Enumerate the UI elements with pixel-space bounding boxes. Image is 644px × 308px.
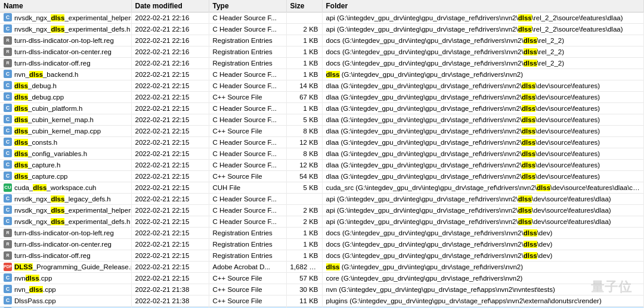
table-row[interactable]: Rturn-dlss-indicator-off.reg2022-02-21 2… — [0, 250, 644, 262]
file-size: 5 KB — [286, 182, 322, 194]
file-type: C++ Source File — [209, 284, 286, 295]
highlight-dlss: DLSS — [14, 263, 33, 270]
file-name-cell: Cdlss_debug.cpp — [0, 92, 131, 103]
file-type: C++ Source File — [209, 92, 286, 103]
file-name-cell: PDFDLSS_Programming_Guide_Release.pdf — [0, 262, 131, 273]
file-size: 30 KB — [286, 284, 322, 295]
table-row[interactable]: Cdlss_cubin_platform.h2022-02-21 22:15C … — [0, 103, 644, 114]
file-name-text: dlss_consts.h — [14, 139, 57, 146]
table-row[interactable]: Rturn-dlss-indicator-on-center.reg2022-0… — [0, 46, 644, 58]
file-size: 54 KB — [286, 171, 322, 182]
file-name-text: nvn_dlss.cpp — [14, 286, 56, 293]
file-folder: core (G:\integdev_gpu_drv\integ\gpu_drv\… — [322, 273, 644, 284]
file-table: Name Date modified Type Size Folder Cnvs… — [0, 0, 644, 308]
file-name-text: dlss_capture.h — [14, 161, 60, 169]
file-name-cell: Rturn-dlss-indicator-on-center.reg — [0, 239, 131, 250]
file-name-text: dlss_cubin_kernel_map.h — [14, 116, 94, 123]
table-row[interactable]: Cnvndlss.cpp2022-02-21 22:15C++ Source F… — [0, 273, 644, 284]
table-row[interactable]: Rturn-dlss-indicator-off.reg2022-02-21 2… — [0, 58, 644, 69]
table-row[interactable]: Cdlss_debug.h2022-02-21 22:15C Header So… — [0, 80, 644, 92]
file-folder: dlaa (G:\integdev_gpu_drv\integ\gpu_drv\… — [322, 103, 644, 114]
col-header-date[interactable]: Date modified — [131, 0, 209, 13]
file-name-text: turn-dlss-indicator-off.reg — [14, 60, 91, 67]
folder-highlight-dlss: dlss — [518, 26, 532, 33]
file-name-text: dlss_capture.cpp — [14, 173, 68, 180]
file-date: 2022-02-21 22:15 — [131, 160, 209, 171]
table-header-row: Name Date modified Type Size Folder — [0, 0, 644, 13]
col-header-size[interactable]: Size — [286, 0, 322, 13]
table-row[interactable]: CDlssPass.cpp2022-02-21 21:38C++ Source … — [0, 295, 644, 307]
folder-highlight-dlss: dlss — [522, 150, 535, 157]
table-row[interactable]: Rturn-dlss-indicator-on-top-left.reg2022… — [0, 35, 644, 46]
table-row[interactable]: Cnvsdk_ngx_dlss_experimental_defs.h2022-… — [0, 216, 644, 228]
table-row[interactable]: Cnvsdk_ngx_dlss_experimental_defs.h2022-… — [0, 24, 644, 35]
highlight-dlss: dlss — [51, 14, 64, 21]
folder-highlight-dlss: dlss — [518, 195, 532, 203]
file-size: 12 KB — [286, 137, 322, 148]
highlight-dlss: dlss — [14, 173, 28, 180]
file-size: 5 KB — [286, 114, 322, 126]
file-name-text: turn-dlss-indicator-on-center.reg — [14, 48, 112, 55]
table-row[interactable]: Cdlss_capture.cpp2022-02-21 22:15C++ Sou… — [0, 171, 644, 182]
file-type: Registration Entries — [209, 228, 286, 239]
file-name-cell: Rturn-dlss-indicator-on-top-left.reg — [0, 228, 131, 239]
file-date: 2022-02-21 22:15 — [131, 205, 209, 216]
highlight-dlss: dlss — [26, 275, 39, 282]
file-folder: dlaa (G:\integdev_gpu_drv\integ\gpu_drv\… — [322, 114, 644, 126]
table-row[interactable]: Rturn-dlss-indicator-on-center.reg2022-0… — [0, 239, 644, 250]
table-row[interactable]: Rturn-dlss-indicator-on-top-left.reg2022… — [0, 228, 644, 239]
table-row[interactable]: Cnvn_dlss_backend.h2022-02-21 22:15C Hea… — [0, 69, 644, 80]
table-row[interactable]: CUcuda_dlss_workspace.cuh2022-02-21 22:1… — [0, 182, 644, 194]
col-header-name[interactable]: Name — [0, 0, 131, 13]
file-type: C++ Source File — [209, 126, 286, 137]
file-type: C Header Source F... — [209, 194, 286, 205]
file-name-cell: Cdlss_cubin_platform.h — [0, 103, 131, 114]
file-name-cell: Rturn-dlss-indicator-on-center.reg — [0, 46, 131, 58]
folder-highlight-dlss: dlss — [522, 82, 535, 89]
table-row[interactable]: Cnvsdk_ngx_dlss_legacy_defs.h2022-02-21 … — [0, 194, 644, 205]
file-size: 1 KB — [286, 46, 322, 58]
file-folder: api (G:\integdev_gpu_drv\integ\gpu_drv\s… — [322, 205, 644, 216]
file-date: 2022-02-21 22:16 — [131, 35, 209, 46]
folder-highlight-dlss: dlss — [522, 94, 535, 101]
file-date: 2022-02-21 22:15 — [131, 80, 209, 92]
table-row[interactable]: Cdlss_config_variables.h2022-02-21 22:15… — [0, 148, 644, 160]
file-name-cell: Cnvsdk_ngx_dlss_experimental_defs.h — [0, 24, 131, 35]
file-name-cell: Rturn-dlss-indicator-off.reg — [0, 250, 131, 262]
folder-highlight-dlss: dlss — [326, 71, 340, 78]
folder-highlight-dlss: dlss — [524, 48, 537, 55]
table-row[interactable]: PDFDLSS_Programming_Guide_Release.pdf202… — [0, 262, 644, 273]
file-name-text: cuda_dlss_workspace.cuh — [14, 184, 96, 191]
table-row[interactable]: Cdlss_consts.h2022-02-21 22:15C Header S… — [0, 137, 644, 148]
folder-highlight-dlss: dlss — [518, 14, 532, 21]
col-header-folder[interactable]: Folder — [322, 0, 644, 13]
file-name-text: turn-dlss-indicator-on-top-left.reg — [14, 229, 114, 237]
file-folder: api (G:\integdev_gpu_drv\integ\gpu_drv\s… — [322, 194, 644, 205]
file-folder: docs (G:\integdev_gpu_drv\integ\gpu_drv\… — [322, 228, 644, 239]
table-row[interactable]: Cdlss_debug.cpp2022-02-21 22:15C++ Sourc… — [0, 92, 644, 103]
folder-highlight-dlss: dlss — [524, 252, 537, 259]
file-name-cell: Cnvsdk_ngx_dlss_experimental_helpers.h — [0, 205, 131, 216]
folder-highlight-dlss: dlss — [522, 127, 535, 135]
table-row[interactable]: Cnvsdk_ngx_dlss_experimental_helpers.h20… — [0, 13, 644, 24]
folder-highlight-dlss: dlss — [524, 229, 537, 237]
file-folder: api (G:\integdev_gpu_drv\integ\gpu_drv\s… — [322, 216, 644, 228]
file-folder: dlaa (G:\integdev_gpu_drv\integ\gpu_drv\… — [322, 171, 644, 182]
highlight-dlss: dlss — [51, 26, 64, 33]
file-folder: docs (G:\integdev_gpu_drv\integ\gpu_drv\… — [322, 46, 644, 58]
file-list-container[interactable]: Name Date modified Type Size Folder Cnvs… — [0, 0, 644, 308]
highlight-dlss: dlss — [14, 94, 28, 101]
table-row[interactable]: Cnvsdk_ngx_dlss_experimental_helpers.h20… — [0, 205, 644, 216]
table-row[interactable]: Cnvn_dlss.cpp2022-02-21 21:38C++ Source … — [0, 284, 644, 295]
file-type: C++ Source File — [209, 273, 286, 284]
folder-highlight-dlss: dlss — [537, 184, 550, 191]
file-name-text: dlss_debug.h — [14, 82, 57, 89]
table-row[interactable]: Cdlss_cubin_kernel_map.h2022-02-21 22:15… — [0, 114, 644, 126]
col-header-type[interactable]: Type — [209, 0, 286, 13]
table-row[interactable]: Cdlss_cubin_kernel_map.cpp2022-02-21 22:… — [0, 126, 644, 137]
highlight-dlss: dlss — [14, 150, 28, 157]
file-type: C Header Source F... — [209, 137, 286, 148]
table-row[interactable]: Cdlss_capture.h2022-02-21 22:15C Header … — [0, 160, 644, 171]
file-size: 8 KB — [286, 126, 322, 137]
folder-highlight-dlss: dlss — [326, 263, 340, 270]
